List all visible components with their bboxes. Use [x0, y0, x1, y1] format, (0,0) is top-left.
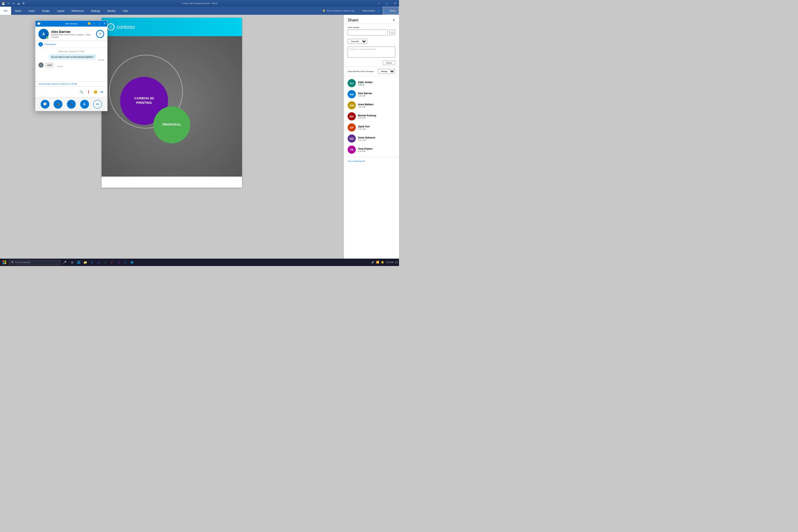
person-name: Bonnie Kearney: [358, 114, 395, 117]
tab-insert[interactable]: Insert: [25, 7, 38, 15]
person-name: Alex Darrow: [358, 92, 395, 95]
auto-share-select[interactable]: Always Ask me Never: [378, 69, 395, 74]
undo-icon[interactable]: ↩: [7, 2, 10, 5]
person-info: Tony KrijnenCan edit: [358, 147, 395, 152]
tab-layout[interactable]: Layout: [53, 7, 68, 15]
redo-icon[interactable]: ↪: [12, 2, 15, 5]
save-icon[interactable]: 💾: [1, 2, 5, 5]
get-sharing-link[interactable]: Get a sharing link: [344, 157, 399, 165]
taskbar-word[interactable]: W: [96, 260, 101, 265]
skype-call-button[interactable]: 📞: [67, 100, 76, 109]
search-icon: 🔍: [11, 261, 14, 263]
permission-select[interactable]: Can edit Can view: [348, 39, 367, 44]
restore-button[interactable]: □: [383, 0, 391, 7]
message-optional-field[interactable]: Include a message (optional): [348, 47, 395, 58]
tab-mailings[interactable]: Mailings: [88, 7, 104, 15]
skype-minimize-button[interactable]: ─: [92, 21, 97, 27]
purple-circle-text: CARBON 3D PRINTING: [134, 96, 154, 105]
skype-window-controls: 😊 ─ □ ✕: [86, 21, 107, 27]
skype-messages-area[interactable]: Wednesday, September 9, 2015 Do you want…: [35, 48, 107, 81]
share-button-row: Share: [344, 59, 399, 67]
person-info: Katie JordanEditing: [358, 81, 395, 86]
tell-me-text: Tell me what you want to do...: [327, 10, 356, 12]
taskbar-onenote[interactable]: N: [116, 260, 121, 265]
received-message-avatar: A: [38, 62, 44, 68]
skype-close-button[interactable]: ✕: [102, 21, 107, 27]
taskbar-notification-button[interactable]: 🗨: [395, 261, 398, 264]
urgent-icon[interactable]: ❗: [86, 90, 91, 94]
skype-video-button[interactable]: 📹: [54, 100, 62, 109]
lightbulb-icon: 💡: [323, 10, 325, 12]
taskbar-sharepoint[interactable]: S: [123, 260, 128, 265]
taskbar-explorer[interactable]: 📁: [83, 260, 88, 265]
skype-chat-button[interactable]: 💬: [41, 100, 50, 109]
received-message-time: 4:35 PM: [57, 66, 63, 68]
invite-people-label: Invite people: [348, 26, 395, 28]
close-button[interactable]: ✕: [391, 0, 399, 7]
person-info: Bonnie KearneyCan edit: [358, 114, 395, 119]
participants-label: 2 Participants: [44, 43, 56, 45]
person-status: Can edit: [358, 106, 395, 108]
taskbar-mail[interactable]: ✉: [89, 260, 95, 265]
skype-screen-share-button[interactable]: 🖥: [80, 100, 89, 109]
logo-text: contoso: [117, 24, 135, 30]
main-area: C contoso CARBON 3D PRINTING PROPOSAL: [0, 15, 399, 259]
taskbar-notification-icon[interactable]: 🔔: [381, 261, 384, 264]
taskbar-edge[interactable]: 🌐: [76, 260, 81, 265]
skype-emoji-button[interactable]: 😊: [86, 21, 92, 27]
taskbar-excel[interactable]: X: [103, 260, 108, 265]
send-icon[interactable]: ✉: [100, 90, 103, 94]
taskbar-skype[interactable]: ☎: [129, 260, 134, 265]
taskbar-right-area: 🔊 📶 🔔 10:15 AM 🗨: [371, 261, 398, 264]
taskbar-mic-button[interactable]: 🎤: [63, 261, 66, 264]
start-button[interactable]: [1, 259, 7, 265]
user-area: Katie Jordan 👤: [359, 7, 383, 15]
taskbar-search[interactable]: 🔍 Ask me anything: [9, 260, 61, 265]
share-icon: 👥: [386, 10, 389, 12]
skype-restore-button[interactable]: □: [97, 21, 102, 27]
taskbar-task-view[interactable]: ⊞: [69, 260, 75, 265]
person-name: Garth Fort: [358, 125, 395, 128]
skype-last-message-notice: Last message received on 9/9/2015 at 4:3…: [35, 81, 107, 86]
skype-contact-header: A Alex Darrow MARKETING ASSISTANT, Avail…: [35, 27, 107, 41]
tab-view[interactable]: View: [119, 7, 132, 15]
participant-avatar: A: [38, 42, 43, 47]
toolbar-left: 💾 ↩ ↪ ☁ ▼: [1, 2, 25, 5]
tab-home[interactable]: Home: [11, 7, 25, 15]
tab-references[interactable]: References: [68, 7, 88, 15]
share-ribbon-button[interactable]: 👥 Share: [383, 7, 399, 15]
autosave-icon[interactable]: ☁: [17, 2, 20, 5]
person-name: Katie Jordan: [358, 81, 395, 83]
minimize-button[interactable]: ─: [375, 0, 383, 7]
taskbar-volume-icon[interactable]: 📶: [376, 261, 379, 264]
person-avatar: BK: [348, 112, 356, 120]
taskbar-powerpoint[interactable]: P: [109, 260, 115, 265]
skype-window: 💬 Alex Darrow 😊 ─ □ ✕ A Alex Darrow MARK…: [35, 20, 108, 111]
taskbar-network-icon[interactable]: 🔊: [371, 261, 375, 264]
emoji-compose-icon[interactable]: 😊: [93, 90, 98, 94]
person-row: TKTony KrijnenCan edit: [344, 144, 399, 155]
address-book-icon[interactable]: 📖: [389, 30, 395, 35]
taskbar-time: 10:15 AM: [386, 261, 393, 263]
customize-icon[interactable]: ▼: [22, 2, 25, 5]
share-invite-section: Invite people 📖: [344, 24, 399, 38]
tell-me-field[interactable]: 💡 Tell me what you want to do...: [319, 7, 359, 15]
person-row: DDDenis DehenneCan view: [344, 133, 399, 144]
document-area: C contoso CARBON 3D PRINTING PROPOSAL: [0, 15, 344, 259]
share-panel-close-button[interactable]: ✕: [392, 18, 395, 22]
skype-compose-area: 📎 ❗ 😊 ✉: [35, 86, 107, 97]
skype-contact-status: MARKETING ASSISTANT, Available - Video C…: [51, 34, 94, 38]
invite-input[interactable]: [348, 30, 388, 35]
skype-participants[interactable]: A 2 Participants: [35, 41, 107, 48]
skype-more-button[interactable]: •••: [93, 100, 102, 109]
auto-share-label: Automatically share changes:: [348, 70, 374, 72]
attach-icon[interactable]: 📎: [79, 90, 83, 94]
person-info: Alex DarrowCan edit: [358, 92, 395, 97]
tab-file[interactable]: File: [0, 7, 11, 15]
permission-row: Can edit Can view: [344, 38, 399, 45]
skype-add-participant-button[interactable]: +: [96, 30, 104, 38]
share-submit-button[interactable]: Share: [383, 61, 395, 65]
tab-review[interactable]: Review: [104, 7, 119, 15]
person-row: AWAnne WallaceCan edit: [344, 100, 399, 111]
tab-design[interactable]: Design: [38, 7, 53, 15]
